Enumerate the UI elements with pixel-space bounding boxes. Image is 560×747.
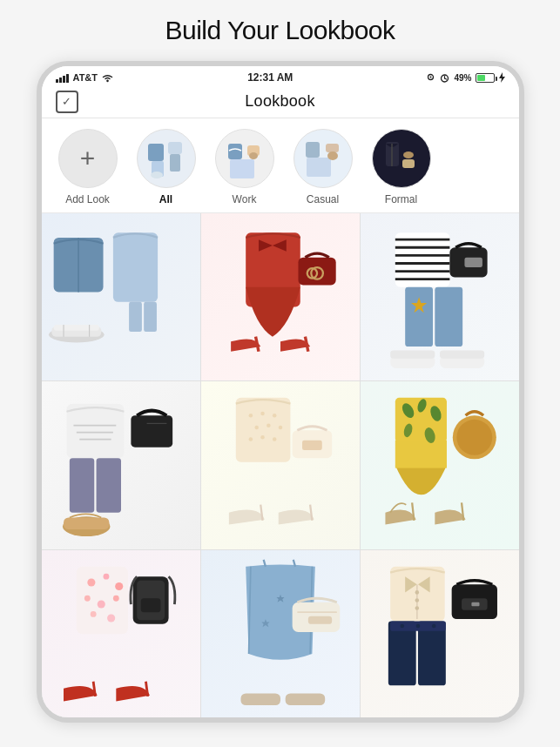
look-svg-8	[201, 550, 360, 717]
category-circle-work	[215, 129, 274, 188]
wifi-icon	[101, 73, 114, 83]
look-cell-2[interactable]	[201, 213, 360, 380]
svg-point-127	[400, 623, 404, 628]
ipad-frame: AT&T 12:31 AM	[37, 61, 524, 723]
svg-rect-84	[395, 441, 446, 468]
category-label-add: Add Look	[65, 193, 110, 205]
category-all[interactable]: All	[127, 129, 206, 205]
look-cell-8[interactable]	[201, 550, 360, 717]
svg-rect-63	[69, 459, 93, 514]
svg-rect-117	[240, 693, 280, 705]
category-formal[interactable]: Formal	[362, 129, 441, 205]
category-circle-casual	[293, 129, 353, 188]
svg-point-91	[456, 420, 492, 455]
svg-rect-15	[228, 144, 242, 159]
svg-rect-1	[59, 77, 62, 83]
svg-rect-2	[63, 76, 65, 83]
svg-point-72	[272, 414, 276, 418]
svg-rect-3	[66, 74, 69, 83]
look-svg-2	[201, 213, 360, 380]
svg-rect-30	[129, 302, 142, 332]
svg-point-99	[97, 600, 105, 608]
page-title: Build Your Lookbook	[165, 16, 395, 45]
svg-rect-29	[112, 232, 157, 302]
check-icon[interactable]	[56, 91, 78, 113]
svg-point-73	[254, 426, 259, 430]
svg-rect-51	[435, 287, 462, 347]
svg-rect-25	[402, 159, 415, 168]
look-cell-1[interactable]	[42, 213, 200, 380]
svg-point-97	[115, 582, 123, 590]
svg-point-77	[260, 435, 265, 440]
svg-point-98	[84, 595, 90, 601]
svg-line-9	[445, 78, 447, 79]
svg-rect-10	[148, 144, 164, 161]
battery-percent: 49%	[454, 73, 471, 83]
svg-point-122	[415, 598, 419, 602]
svg-point-14	[151, 172, 163, 178]
svg-point-121	[415, 590, 419, 595]
svg-rect-69	[235, 398, 290, 462]
page-wrapper: Build Your Lookbook AT&T	[0, 0, 560, 747]
category-work[interactable]: Work	[206, 129, 284, 205]
look-cell-7[interactable]	[42, 550, 200, 717]
svg-point-71	[260, 412, 265, 416]
svg-rect-94	[76, 566, 127, 633]
charging-icon	[498, 72, 505, 83]
category-add-look[interactable]: + Add Look	[49, 129, 127, 205]
carrier-label: AT&T	[73, 72, 98, 83]
svg-rect-65	[131, 416, 172, 448]
looks-grid	[42, 213, 519, 717]
look-cell-9[interactable]	[361, 550, 519, 717]
svg-point-96	[103, 573, 109, 579]
svg-point-26	[403, 151, 414, 158]
nav-bar: Lookbook	[42, 87, 519, 118]
svg-point-95	[87, 578, 95, 586]
svg-rect-13	[170, 154, 180, 172]
svg-rect-0	[56, 79, 58, 83]
status-bar: AT&T 12:31 AM	[42, 66, 519, 87]
svg-line-42	[305, 337, 307, 352]
svg-point-102	[107, 614, 115, 622]
look-svg-6	[361, 381, 519, 548]
svg-point-74	[267, 424, 271, 428]
add-look-circle: +	[58, 129, 118, 188]
svg-point-4	[106, 79, 108, 81]
look-svg-7	[42, 550, 200, 717]
alarm-icon	[439, 73, 450, 83]
svg-point-100	[112, 595, 118, 601]
svg-rect-34	[53, 325, 98, 331]
status-right: 49%	[426, 72, 504, 83]
svg-rect-132	[471, 602, 479, 606]
look-cell-3[interactable]	[361, 213, 519, 380]
svg-line-41	[255, 337, 258, 352]
formal-outfit-icon	[374, 131, 428, 185]
look-cell-5[interactable]	[201, 381, 360, 548]
casual-outfit-icon	[296, 131, 350, 185]
category-label-all: All	[159, 193, 172, 205]
svg-rect-68	[64, 518, 109, 530]
look-cell-6[interactable]	[361, 381, 519, 548]
svg-rect-31	[144, 302, 157, 332]
status-time: 12:31 AM	[247, 71, 293, 84]
category-label-casual: Casual	[307, 193, 339, 205]
svg-point-128	[415, 623, 420, 628]
svg-rect-118	[285, 693, 325, 705]
category-casual[interactable]: Casual	[284, 129, 362, 205]
svg-point-70	[248, 414, 253, 418]
svg-rect-50	[405, 287, 433, 347]
svg-rect-21	[326, 144, 339, 152]
nav-title: Lookbook	[245, 92, 314, 111]
svg-point-123	[415, 606, 419, 610]
svg-rect-54	[464, 258, 482, 267]
category-label-work: Work	[233, 193, 257, 205]
look-svg-5	[201, 381, 360, 548]
svg-rect-105	[140, 598, 160, 612]
category-circle-formal	[372, 129, 431, 188]
look-cell-4[interactable]	[42, 381, 200, 548]
svg-point-18	[249, 152, 258, 159]
look-svg-1	[42, 213, 200, 380]
svg-rect-12	[168, 142, 182, 154]
look-svg-4	[42, 381, 200, 548]
look-svg-9	[361, 550, 519, 717]
